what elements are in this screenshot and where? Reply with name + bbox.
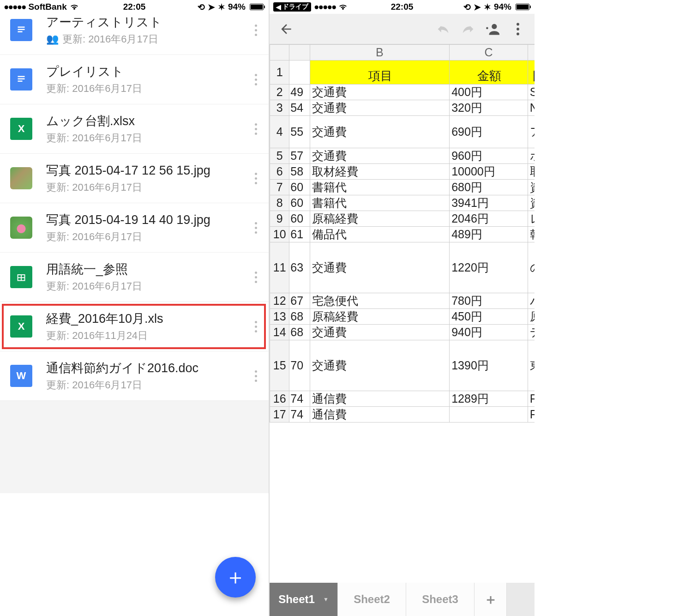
cell[interactable]: 68 [289, 309, 310, 325]
row-header[interactable]: 11 [270, 242, 289, 293]
cell[interactable]: 交通費 [310, 148, 450, 164]
row-header[interactable]: 15 [270, 340, 289, 391]
row-header[interactable]: 9 [270, 211, 289, 227]
col-header[interactable] [528, 45, 535, 60]
row-header[interactable]: 1 [270, 60, 289, 85]
cell[interactable]: 原稿経費 [310, 309, 450, 325]
file-list[interactable]: アーティストリスト👥更新: 2016年6月17日プレイリスト更新: 2016年6… [0, 14, 269, 401]
overflow-menu-button[interactable] [508, 19, 528, 39]
cell[interactable]: バ [528, 293, 535, 309]
row-header[interactable]: 2 [270, 85, 289, 100]
cell[interactable]: 取材経費 [310, 164, 450, 180]
sheet-tab-2[interactable]: Sheet2 [338, 583, 406, 616]
cell[interactable]: 交通費 [310, 340, 450, 391]
cell[interactable]: 1390円 [450, 340, 528, 391]
file-more-button[interactable] [249, 173, 262, 184]
cell[interactable]: 60 [289, 211, 310, 227]
file-more-button[interactable] [249, 24, 262, 36]
cell[interactable]: 320円 [450, 100, 528, 116]
cell[interactable]: 60 [289, 195, 310, 211]
cell[interactable]: 49 [289, 85, 310, 100]
cell[interactable]: レ [528, 211, 535, 227]
cell[interactable]: 東 [528, 340, 535, 391]
cell[interactable]: 74 [289, 407, 310, 423]
cell[interactable]: の [528, 242, 535, 293]
cell[interactable]: 3941円 [450, 195, 528, 211]
cell[interactable]: 58 [289, 164, 310, 180]
col-header-c[interactable]: C [450, 45, 528, 60]
cell[interactable]: 項目 [310, 60, 450, 85]
row-header[interactable]: 6 [270, 164, 289, 180]
cell[interactable]: 通信費 [310, 391, 450, 407]
cell[interactable]: 原稿経費 [310, 211, 450, 227]
cell[interactable]: SI [528, 85, 535, 100]
cell[interactable]: 交通費 [310, 116, 450, 148]
cell[interactable]: 交通費 [310, 242, 450, 293]
cell[interactable]: NI [528, 100, 535, 116]
cell[interactable]: 1289円 [450, 391, 528, 407]
cell[interactable]: 680円 [450, 180, 528, 195]
corner-cell[interactable] [270, 45, 289, 60]
file-row[interactable]: W通信料節約ガイド2016.doc更新: 2016年6月17日 [0, 351, 269, 401]
cell[interactable]: 金額 [450, 60, 528, 85]
row-header[interactable]: 8 [270, 195, 289, 211]
cell[interactable]: 資 [528, 180, 535, 195]
cell[interactable]: 400円 [450, 85, 528, 100]
cell[interactable]: 61 [289, 227, 310, 242]
cell[interactable]: 10000円 [450, 164, 528, 180]
cell[interactable]: 780円 [450, 293, 528, 309]
cell[interactable]: 交通費 [310, 85, 450, 100]
row-header[interactable]: 12 [270, 293, 289, 309]
cell[interactable]: ア [528, 116, 535, 148]
undo-button[interactable] [433, 19, 453, 39]
cell[interactable]: 489円 [450, 227, 528, 242]
file-more-button[interactable] [249, 321, 262, 332]
row-header[interactable]: 16 [270, 391, 289, 407]
cell[interactable]: 書籍代 [310, 180, 450, 195]
cell[interactable]: 940円 [450, 325, 528, 340]
cell[interactable]: デ [528, 325, 535, 340]
row-header[interactable]: 17 [270, 407, 289, 423]
cell[interactable]: 74 [289, 391, 310, 407]
cell[interactable]: 67 [289, 293, 310, 309]
row-header[interactable]: 14 [270, 325, 289, 340]
sheet-tab-3[interactable]: Sheet3 [406, 583, 475, 616]
cell[interactable] [450, 407, 528, 423]
row-header[interactable]: 3 [270, 100, 289, 116]
cell[interactable]: 55 [289, 116, 310, 148]
file-row[interactable]: 写真 2015-04-17 12 56 15.jpg更新: 2016年6月17日 [0, 154, 269, 203]
cell[interactable]: ホ [528, 148, 535, 164]
file-more-button[interactable] [249, 222, 262, 234]
cell[interactable]: 宅急便代 [310, 293, 450, 309]
cell[interactable]: 1220円 [450, 242, 528, 293]
cell[interactable]: 60 [289, 180, 310, 195]
cell[interactable]: 2046円 [450, 211, 528, 227]
cell[interactable]: FF [528, 407, 535, 423]
add-collaborator-button[interactable] [483, 19, 503, 39]
file-more-button[interactable] [249, 370, 262, 382]
cell[interactable]: 原 [528, 309, 535, 325]
cell[interactable]: 57 [289, 148, 310, 164]
cell[interactable]: 乾 [528, 227, 535, 242]
cell[interactable]: FF [528, 391, 535, 407]
add-sheet-tab-button[interactable]: ＋ [475, 583, 507, 616]
cell[interactable]: 備品代 [310, 227, 450, 242]
cell[interactable]: 690円 [450, 116, 528, 148]
sheet-tab-1[interactable]: Sheet1 [270, 583, 338, 616]
file-more-button[interactable] [249, 74, 262, 85]
cell[interactable]: 70 [289, 340, 310, 391]
cell[interactable]: 960円 [450, 148, 528, 164]
file-row[interactable]: 写真 2015-04-19 14 40 19.jpg更新: 2016年6月17日 [0, 203, 269, 253]
cell[interactable]: 交通費 [310, 325, 450, 340]
row-header[interactable]: 13 [270, 309, 289, 325]
cell[interactable]: 通信費 [310, 407, 450, 423]
row-header[interactable]: 7 [270, 180, 289, 195]
row-header[interactable]: 4 [270, 116, 289, 148]
col-header[interactable] [289, 45, 310, 60]
cell[interactable]: 資 [528, 195, 535, 211]
file-more-button[interactable] [249, 272, 262, 283]
file-more-button[interactable] [249, 123, 262, 135]
row-header[interactable]: 10 [270, 227, 289, 242]
cell[interactable] [289, 60, 310, 85]
cell[interactable]: 68 [289, 325, 310, 340]
